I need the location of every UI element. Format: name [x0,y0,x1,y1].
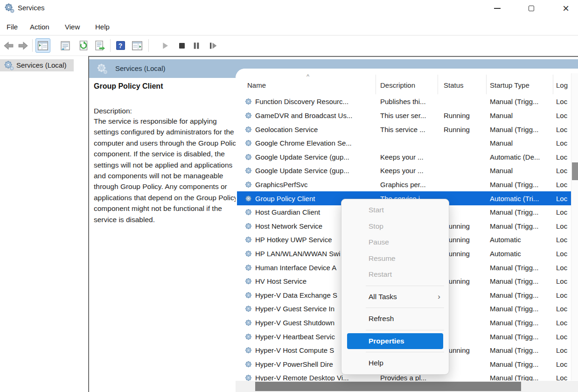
minimize-button[interactable] [487,0,508,17]
context-menu-item-label: Stop [369,222,383,230]
context-menu-item-label: Restart [369,270,392,278]
context-menu-item-help[interactable]: Help [341,355,449,371]
context-menu-item-pause[interactable]: Pause [341,234,449,251]
table-row[interactable]: GraphicsPerfSvc Graphics per... Manual (… [236,178,578,192]
context-menu-item-stop[interactable]: Stop [341,218,449,235]
submenu-arrow-icon: › [438,289,440,305]
service-startup-type: Manual [490,112,556,119]
column-divider[interactable] [553,75,553,94]
service-name: Google Chrome Elevation Se... [255,139,380,147]
show-console-tree-button[interactable] [35,38,50,53]
column-divider[interactable] [376,75,376,94]
context-menu-separator [366,352,444,352]
service-name: Google Update Service (gup... [255,153,380,161]
context-menu-item-label: All Tasks [369,293,397,301]
table-row[interactable]: GameDVR and Broadcast Us... This user se… [236,109,578,123]
column-divider[interactable] [486,75,487,94]
service-name: Google Update Service (gup... [255,167,380,175]
column-header-name[interactable]: Name [247,81,266,89]
service-startup-type: Automatic (De... [490,153,556,161]
refresh-button[interactable] [76,38,91,53]
service-startup-type: Manual [490,139,556,147]
service-gear-icon [244,305,255,313]
table-row[interactable]: Google Update Service (gup... Keeps your… [236,150,578,164]
service-startup-type: Manual (Trigg... [490,305,556,313]
context-menu-item-label: Pause [369,238,389,246]
action-pane-icon [132,41,142,50]
service-status: Running [444,277,490,285]
service-startup-type: Automatic [490,250,556,258]
context-menu-item-properties[interactable]: Properties [347,333,443,350]
console-tree-icon [38,41,48,50]
service-description: Publishes thi... [380,98,444,105]
back-button[interactable] [1,38,16,53]
context-menu-item-restart[interactable]: Restart [341,266,449,283]
export-list-icon [95,41,105,50]
service-name: Function Discovery Resourc... [255,98,380,105]
table-row[interactable]: Function Discovery Resourc... Publishes … [236,95,578,109]
context-menu-item-all-tasks[interactable]: All Tasks› [341,289,449,305]
service-startup-type: Automatic [490,236,556,244]
toolbar-separator [32,39,33,52]
horizontal-scrollbar[interactable] [236,381,578,392]
service-gear-icon [244,319,255,327]
services-gear-icon [4,3,14,13]
service-gear-icon [244,112,255,119]
help-icon: ? [116,41,125,50]
service-gear-icon [244,250,255,258]
service-startup-type: Manual (Trigg... [490,277,556,285]
service-description: Graphics per... [380,181,444,189]
start-service-button[interactable] [158,38,173,53]
horizontal-scrollbar-thumb[interactable] [255,382,521,391]
stop-service-button[interactable] [174,38,189,53]
vertical-scrollbar[interactable] [571,73,578,380]
description-text: The service is responsible for applying … [94,116,243,225]
service-startup-type: Manual (Trigg... [490,346,556,354]
vertical-scrollbar-thumb[interactable] [572,162,578,180]
maximize-button[interactable] [521,0,542,17]
maximize-icon [529,6,534,11]
properties-button[interactable] [58,38,73,53]
menu-help[interactable]: Help [92,19,112,35]
restart-service-button[interactable] [205,38,220,53]
service-gear-icon [244,264,255,272]
menu-file[interactable]: File [4,19,21,35]
service-gear-icon [244,277,255,285]
service-gear-icon [244,181,255,189]
pause-service-button[interactable] [189,38,204,53]
service-startup-type: Manual (Trigg... [490,264,556,272]
column-header-description[interactable]: Description [380,81,415,89]
export-list-button[interactable] [92,38,107,53]
menu-action[interactable]: Action [27,19,52,35]
main-pane: Services (Local) Group Policy Client Des… [88,56,578,392]
column-header-status[interactable]: Status [444,81,464,89]
context-menu-item-resume[interactable]: Resume [341,251,449,267]
table-row[interactable]: Google Chrome Elevation Se... Manual Loc [236,136,578,150]
help-button[interactable]: ? [113,38,128,53]
context-menu-item-refresh[interactable]: Refresh [341,311,449,327]
service-startup-type: Manual (Trigg... [490,360,556,368]
table-row[interactable]: Geolocation Service This service ... Run… [236,122,578,136]
toolbar-separator [148,39,149,52]
service-gear-icon [244,153,255,161]
service-startup-type: Manual (Trigg... [490,181,556,189]
sidebar-item-services-local[interactable]: Services (Local) [0,59,74,71]
toolbar: ? [0,35,578,56]
service-startup-type: Manual (Trigg... [490,208,556,216]
play-icon [161,42,169,49]
stop-icon [178,42,186,49]
column-header-startup-type[interactable]: Startup Type [490,81,529,89]
menu-view[interactable]: View [62,19,83,35]
title-bar: Services × [0,0,578,18]
column-header-log-on-as[interactable]: Log [556,81,568,89]
forward-button[interactable] [15,38,30,53]
table-row[interactable]: Google Update Service (gup... Keeps your… [236,164,578,178]
service-gear-icon [244,167,255,175]
description-label: Description: [94,107,243,115]
show-action-pane-button[interactable] [130,38,145,53]
service-log-on-as: Loc [556,195,571,203]
service-status: Running [444,126,490,133]
close-button[interactable]: × [556,0,576,17]
column-divider[interactable] [438,75,438,94]
context-menu-item-start[interactable]: Start [341,202,449,218]
